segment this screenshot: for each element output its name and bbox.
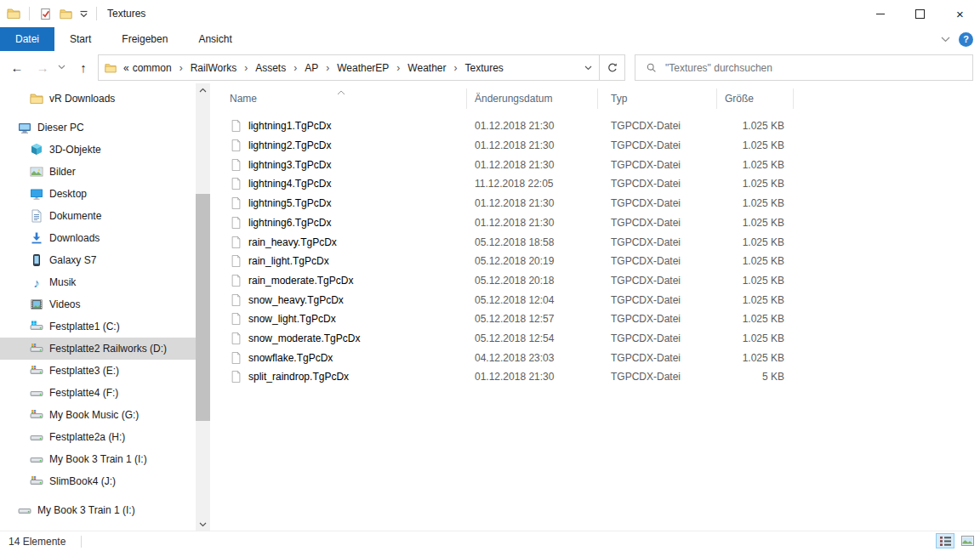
breadcrumb-separator-icon[interactable]: › xyxy=(174,62,189,74)
sidebar-item-downloads[interactable]: Downloads xyxy=(0,227,196,249)
sidebar-item-festplatte1-c[interactable]: Festplatte1 (C:) xyxy=(0,315,196,338)
forward-button[interactable]: → xyxy=(32,51,53,83)
refresh-icon[interactable] xyxy=(600,55,624,80)
sidebar-item-my-book-3-train-1-i[interactable]: My Book 3 Train 1 (I:) xyxy=(0,499,196,521)
sidebar-item-dieser-pc[interactable]: Dieser PC xyxy=(0,116,196,139)
sidebar-item-videos[interactable]: Videos xyxy=(0,293,196,315)
sidebar-item-festplatte2a-h[interactable]: Festplatte2a (H:) xyxy=(0,426,196,448)
address-dropdown-icon[interactable] xyxy=(577,55,599,80)
file-row[interactable]: rain_moderate.TgPcDx05.12.2018 20:18TGPC… xyxy=(211,271,980,291)
column-separator[interactable] xyxy=(466,88,467,109)
file-row[interactable]: rain_heavy.TgPcDx05.12.2018 18:58TGPCDX-… xyxy=(211,232,980,252)
file-date: 11.12.2018 22:05 xyxy=(475,178,554,190)
breadcrumb-item-railworks[interactable]: RailWorks xyxy=(189,62,238,74)
tab-freigeben[interactable]: Freigeben xyxy=(106,27,183,51)
sidebar-item-festplatte3-e[interactable]: Festplatte3 (E:) xyxy=(0,360,196,382)
file-icon xyxy=(231,332,241,344)
file-date: 01.12.2018 21:30 xyxy=(475,120,554,132)
search-box xyxy=(635,54,973,81)
tab-start[interactable]: Start xyxy=(54,27,106,51)
file-row[interactable]: rain_light.TgPcDx05.12.2018 20:19TGPCDX-… xyxy=(211,252,980,271)
column-header-typ[interactable]: Typ xyxy=(611,93,627,105)
sidebar-item-festplatte4-f[interactable]: Festplatte4 (F:) xyxy=(0,382,196,404)
file-row[interactable]: lightning2.TgPcDx01.12.2018 21:30TGPCDX-… xyxy=(211,136,980,156)
qat-customize-icon[interactable] xyxy=(76,3,91,24)
up-button[interactable]: ↑ xyxy=(73,51,94,83)
sidebar-item-bilder[interactable]: Bilder xyxy=(0,161,196,183)
file-row[interactable]: lightning1.TgPcDx01.12.2018 21:30TGPCDX-… xyxy=(211,116,980,136)
column-header-nderungsdatum[interactable]: Änderungsdatum xyxy=(475,93,552,105)
breadcrumb-item-ap[interactable]: AP xyxy=(303,62,320,74)
file-name: split_raindrop.TgPcDx xyxy=(248,371,349,383)
tab-datei[interactable]: Datei xyxy=(0,27,54,51)
column-separator[interactable] xyxy=(597,88,598,109)
sidebar-item-galaxy-s7[interactable]: Galaxy S7 xyxy=(0,249,196,271)
sidebar-item-label: My Book 3 Train 1 (I:) xyxy=(37,504,135,516)
file-icon xyxy=(231,275,241,287)
file-type: TGPCDX-Datei xyxy=(611,275,681,287)
maximize-button[interactable] xyxy=(900,0,940,27)
details-view-button[interactable] xyxy=(936,533,954,548)
file-list: NameÄnderungsdatumTypGrößelightning1.TgP… xyxy=(211,83,980,531)
sidebar-item-desktop[interactable]: Desktop xyxy=(0,183,196,205)
breadcrumb-item-common[interactable]: common xyxy=(131,62,174,74)
column-separator[interactable] xyxy=(716,88,717,109)
titlebar-separator xyxy=(29,7,30,20)
breadcrumb-item-weatherep[interactable]: WeatherEP xyxy=(335,62,390,74)
column-separator[interactable] xyxy=(793,88,794,109)
file-size: 1.025 KB xyxy=(716,139,784,151)
properties-icon[interactable] xyxy=(35,3,55,24)
scrollbar-up-icon[interactable] xyxy=(196,83,210,97)
sidebar-item-slimbook4-j[interactable]: SlimBook4 (J:) xyxy=(0,470,196,492)
sidebar-item-festplatte2-railworks-d[interactable]: Festplatte2 Railworks (D:) xyxy=(0,338,196,360)
breadcrumb-separator-icon[interactable]: › xyxy=(447,62,463,74)
file-row[interactable]: snowflake.TgPcDx04.12.2018 23:03TGPCDX-D… xyxy=(211,348,980,367)
sidebar-item-3d-objekte[interactable]: 3D-Objekte xyxy=(0,139,196,161)
item-count: 14 Elemente xyxy=(9,536,66,548)
minimize-button[interactable] xyxy=(860,0,900,27)
sidebar-item-musik[interactable]: ♪Musik xyxy=(0,271,196,293)
breadcrumb-separator-icon[interactable]: › xyxy=(320,62,335,74)
back-button[interactable]: ← xyxy=(7,51,27,83)
help-icon[interactable]: ? xyxy=(959,32,973,47)
breadcrumb-item-assets[interactable]: Assets xyxy=(254,62,288,74)
close-button[interactable]: × xyxy=(940,0,980,27)
scrollbar-thumb[interactable] xyxy=(196,194,210,421)
scrollbar-down-icon[interactable] xyxy=(196,518,210,531)
file-row[interactable]: lightning4.TgPcDx11.12.2018 22:05TGPCDX-… xyxy=(211,174,980,194)
address-bar[interactable]: «common›RailWorks›Assets›AP›WeatherEP›We… xyxy=(98,54,625,81)
sidebar-item-label: Dieser PC xyxy=(37,122,84,133)
file-row[interactable]: lightning6.TgPcDx01.12.2018 21:30TGPCDX-… xyxy=(211,213,980,233)
file-row[interactable]: split_raindrop.TgPcDx01.12.2018 21:30TGP… xyxy=(211,367,980,387)
new-folder-icon[interactable] xyxy=(55,3,76,24)
file-name: snow_heavy.TgPcDx xyxy=(248,294,344,306)
sidebar-item-dokumente[interactable]: Dokumente xyxy=(0,205,196,227)
file-icon xyxy=(231,159,241,171)
window-folder-icon xyxy=(3,3,24,24)
file-name: snowflake.TgPcDx xyxy=(248,352,333,364)
breadcrumb-separator-icon[interactable]: › xyxy=(238,62,254,74)
file-row[interactable]: snow_heavy.TgPcDx05.12.2018 12:04TGPCDX-… xyxy=(211,290,980,310)
music-icon: ♪ xyxy=(30,276,43,289)
sidebar-scrollbar[interactable] xyxy=(196,83,210,531)
breadcrumb-separator-icon[interactable]: › xyxy=(390,62,406,74)
breadcrumb-item-textures[interactable]: Textures xyxy=(463,62,504,74)
ribbon-collapse-icon[interactable] xyxy=(941,33,950,45)
column-header-name[interactable]: Name xyxy=(230,93,257,105)
search-input[interactable] xyxy=(664,61,972,75)
breadcrumb-collapsed[interactable]: « xyxy=(122,62,131,74)
sidebar-item-vr-downloads[interactable]: vR Downloads xyxy=(0,88,196,110)
breadcrumb-separator-icon[interactable]: › xyxy=(288,62,303,74)
breadcrumb-item-weather[interactable]: Weather xyxy=(406,62,447,74)
sidebar-item-my-book-3-train-1-i[interactable]: My Book 3 Train 1 (I:) xyxy=(0,448,196,470)
file-row[interactable]: lightning5.TgPcDx01.12.2018 21:30TGPCDX-… xyxy=(211,194,980,213)
thumbnail-view-button[interactable] xyxy=(958,533,977,548)
recent-locations-icon[interactable] xyxy=(54,51,68,83)
file-row[interactable]: snow_light.TgPcDx05.12.2018 12:57TGPCDX-… xyxy=(211,310,980,329)
tab-ansicht[interactable]: Ansicht xyxy=(183,27,247,51)
column-header-gr-e[interactable]: Größe xyxy=(725,93,754,105)
sidebar-item-my-book-music-g[interactable]: My Book Music (G:) xyxy=(0,404,196,426)
file-date: 01.12.2018 21:30 xyxy=(475,371,554,383)
file-row[interactable]: snow_moderate.TgPcDx05.12.2018 12:54TGPC… xyxy=(211,329,980,349)
file-row[interactable]: lightning3.TgPcDx01.12.2018 21:30TGPCDX-… xyxy=(211,155,980,174)
